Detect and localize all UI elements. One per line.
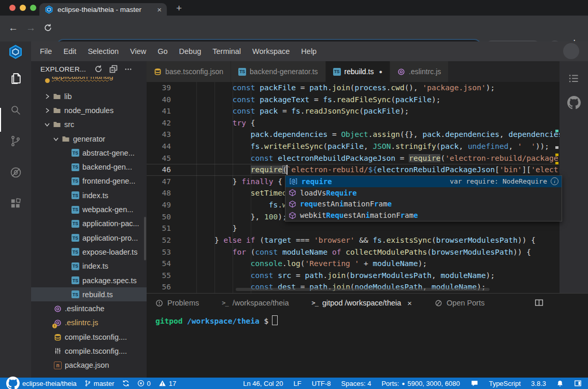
tree-item-generator[interactable]: generator [31,132,147,146]
status-item-lf[interactable]: LF [294,380,302,387]
menu-view[interactable]: View [124,47,152,55]
tree-item-index.ts[interactable]: TSindex.ts [31,188,147,202]
code-line-41[interactable]: 41 const pack = fs.readJsonSync(packFile… [147,105,560,117]
menu-terminal[interactable]: Terminal [207,47,247,55]
code-line-45[interactable]: 45 const electronRebuildPackageJson = re… [147,152,560,164]
editor-tab-base.tsconfig.json[interactable]: base.tsconfig.json [147,61,231,82]
tree-item-.eslintrc.js[interactable]: !.eslintrc.js [31,316,147,330]
split-terminal-icon[interactable] [535,298,543,307]
status-item-master[interactable]: master [84,380,114,387]
menu-help[interactable]: Help [295,47,322,55]
code-line-54[interactable]: 54 console.log('Reverting ' + moduleName… [147,258,560,270]
editor-tab-backend-generator.ts[interactable]: TSbackend-generator.ts [231,61,326,82]
code-line-46[interactable]: 46 require(`electron-rebuild/${electronR… [147,164,560,176]
tree-item-expose-loader.ts[interactable]: TSexpose-loader.ts [31,245,147,259]
rightbar-github[interactable] [567,96,581,109]
editor-horizontal-scrollbar[interactable] [236,288,490,291]
tree-item-application-pac...[interactable]: TSapplication-pac... [31,217,147,231]
reload-button[interactable] [44,23,52,32]
tree-item-rebuild.ts[interactable]: TSrebuild.ts [31,287,147,301]
status-item-sync[interactable] [122,380,130,387]
status-item-bell[interactable] [556,380,564,387]
suggest-item[interactable]: requestAnimationFrame [285,199,562,210]
status-item-ln-46-col-20[interactable]: Ln 46, Col 20 [243,380,283,387]
explorer-action-refresh[interactable] [94,65,103,73]
explorer-action-more[interactable] [124,65,132,73]
menu-workspace[interactable]: Workspace [247,47,295,55]
menu-file[interactable]: File [34,47,58,55]
editor-tab-rebuild.ts[interactable]: TSrebuild.ts● [326,61,390,82]
code-line-40[interactable]: 40 const packageText = fs.readFileSync(p… [147,94,560,106]
code-line-44[interactable]: 44 fs.writeFileSync(packFile, JSON.strin… [147,141,560,152]
status-item-17[interactable]: 17 [159,380,176,387]
code-line-52[interactable]: 52 } else if (target === 'browser' && fs… [147,234,560,246]
activity-debug-off[interactable] [9,166,22,179]
menu-go[interactable]: Go [152,47,173,55]
status-item-typescript[interactable]: TypeScript [489,380,521,387]
tree-item-abstract-gene...[interactable]: TSabstract-gene... [31,146,147,160]
tree-item-node-modules[interactable]: node_modules [31,103,147,117]
code-line-51[interactable]: 51 } [147,223,560,234]
panel-tab-Open-Ports[interactable]: Open Ports [435,299,484,307]
activity-files[interactable] [9,72,22,85]
status-item-spaces-4[interactable]: Spaces: 4 [341,380,371,387]
code-line-56[interactable]: 56 const dest = path.join(nodeModulesPat… [147,281,560,293]
tree-item-index.ts[interactable]: TSindex.ts [31,259,147,273]
tree-item-backend-gen...[interactable]: TSbackend-gen... [31,160,147,174]
activity-git[interactable] [9,135,22,147]
sidebar-scrollbar[interactable] [144,217,146,260]
rightbar-outline[interactable] [568,73,580,85]
activity-search[interactable] [9,104,22,116]
back-button[interactable]: ← [8,22,18,34]
suggest-item[interactable]: [@]requirevar require: NodeRequirei [285,176,562,187]
suggest-item[interactable]: webkitRequestAnimationFrame [285,210,562,221]
explorer-action-collapse[interactable] [109,65,118,73]
editor-tab-.eslintrc.js[interactable]: .eslintrc.js [390,61,449,82]
tree-item-.eslintcache[interactable]: .eslintcache [31,301,147,315]
tree-item-src[interactable]: src [31,118,147,132]
code-line-39[interactable]: 39 const packFile = path.join(process.cw… [147,82,560,94]
menu-debug[interactable]: Debug [174,47,207,55]
tab-close-icon[interactable]: × [157,6,162,13]
code-line-55[interactable]: 55 const src = path.join(browserModulesP… [147,270,560,282]
minimize-window-button[interactable] [20,5,26,11]
terminal-prompt[interactable]: gitpod /workspace/theia $ [155,315,278,325]
panel-tab-Problems[interactable]: Problems [155,299,199,307]
code-line-53[interactable]: 53 for (const moduleName of collectModul… [147,246,560,258]
terminal-panel: Problems>_/workspace/theia>_gitpod /work… [147,293,588,378]
tree-item-compile.tsconfig....[interactable]: compile.tsconfig.... [31,330,147,344]
tree-item-webpack-gen...[interactable]: TSwebpack-gen... [31,202,147,216]
code-line-43[interactable]: 43 pack.dependencies = Object.assign({},… [147,129,560,141]
tree-item-clipped[interactable]: application-manag [31,77,147,87]
user-avatar[interactable] [563,43,579,59]
status-item-chat[interactable] [470,380,479,387]
browser-tab[interactable]: eclipse-theia/theia - master × [39,3,167,16]
close-icon[interactable]: × [407,299,412,308]
info-icon[interactable]: i [551,177,558,185]
tree-item-package.spec.ts[interactable]: TSpackage.spec.ts [31,273,147,287]
tree-item-compile.tsconfig....[interactable]: compile.tsconfig.... [31,344,147,358]
zoom-window-button[interactable] [30,5,36,11]
status-item-5900-3000-6080[interactable]: Ports:●5900, 3000, 6080 [381,380,460,387]
status-item-utf-8[interactable]: UTF-8 [312,380,331,387]
suggest-item[interactable]: loadVsRequire [285,187,562,199]
new-tab-button[interactable]: + [176,3,182,14]
close-window-button[interactable] [9,5,16,11]
status-item-eclipse-theia-theia[interactable]: eclipse-theia/theia [6,377,77,389]
tree-item-package.json[interactable]: npackage.json [31,358,147,372]
gitpod-logo-icon[interactable] [8,44,23,60]
tree-item-lib[interactable]: lib [31,89,147,103]
panel-tab--workspace-theia[interactable]: >_/workspace/theia [222,299,289,307]
activity-extensions[interactable] [10,198,22,210]
menu-edit[interactable]: Edit [58,47,82,55]
status-item-3-8-3[interactable]: 3.8.3 [531,380,546,387]
status-item-layout[interactable] [574,380,582,387]
menu-selection[interactable]: Selection [82,47,124,55]
status-item-0[interactable]: 0 [137,380,151,387]
explorer-header: EXPLORER... [31,61,147,77]
code-line-42[interactable]: 42 try { [147,117,560,129]
forward-button[interactable]: → [26,22,36,34]
tree-item-application-pro...[interactable]: TSapplication-pro... [31,231,147,245]
panel-tab-gitpod-workspace-theia[interactable]: >_gitpod /workspace/theia× [312,299,412,308]
tree-item-frontend-gene...[interactable]: TSfrontend-gene... [31,174,147,188]
